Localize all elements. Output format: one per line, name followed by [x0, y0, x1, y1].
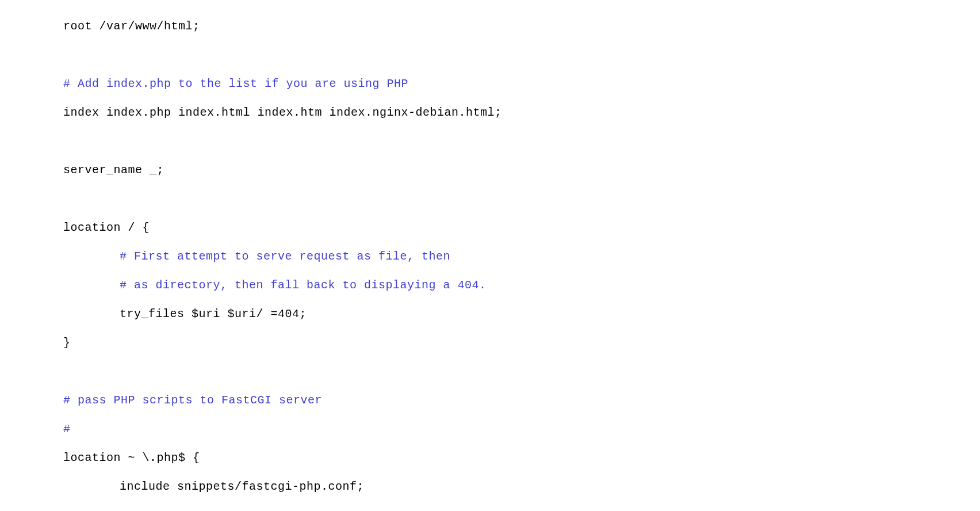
- code-comment: # as directory, then fall back to displa…: [7, 278, 980, 292]
- code-line: root /var/www/html;: [7, 19, 980, 33]
- code-comment: # pass PHP scripts to FastCGI server: [7, 393, 980, 407]
- blank-line: [7, 134, 980, 148]
- code-line: server_name _;: [7, 163, 980, 177]
- code-line: location / {: [7, 220, 980, 235]
- code-line: index index.php index.html index.htm ind…: [7, 105, 980, 120]
- code-line: location ~ \.php$ {: [7, 451, 980, 465]
- code-line: try_files $uri $uri/ =404;: [7, 307, 980, 321]
- blank-line: [7, 192, 980, 206]
- blank-line: [7, 48, 980, 62]
- code-comment: # Add index.php to the list if you are u…: [7, 77, 980, 91]
- code-comment: #: [7, 508, 980, 511]
- code-line: include snippets/fastcgi-php.conf;: [7, 479, 980, 494]
- blank-line: [7, 364, 980, 379]
- code-comment: # First attempt to serve request as file…: [7, 249, 980, 264]
- code-editor[interactable]: root /var/www/html; # Add index.php to t…: [0, 0, 980, 511]
- code-line: }: [7, 335, 980, 350]
- code-comment: #: [7, 422, 980, 436]
